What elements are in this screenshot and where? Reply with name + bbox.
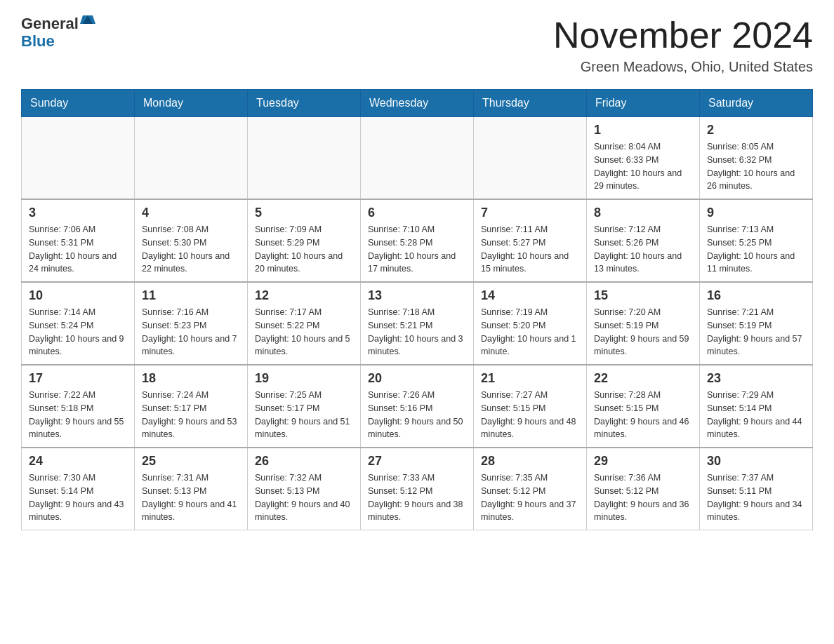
cell-content: 17Sunrise: 7:22 AM Sunset: 5:18 PM Dayli… (29, 371, 127, 441)
calendar-week-row: 24Sunrise: 7:30 AM Sunset: 5:14 PM Dayli… (22, 448, 813, 530)
logo: General Blue (21, 14, 95, 51)
cell-content: 2Sunrise: 8:05 AM Sunset: 6:32 PM Daylig… (707, 123, 805, 193)
cell-content: 21Sunrise: 7:27 AM Sunset: 5:15 PM Dayli… (481, 371, 579, 441)
day-number: 21 (481, 371, 579, 386)
day-number: 4 (142, 206, 240, 220)
calendar-week-row: 17Sunrise: 7:22 AM Sunset: 5:18 PM Dayli… (22, 365, 813, 448)
cell-content: 1Sunrise: 8:04 AM Sunset: 6:33 PM Daylig… (594, 123, 692, 193)
cell-content: 25Sunrise: 7:31 AM Sunset: 5:13 PM Dayli… (142, 454, 240, 524)
day-info: Sunrise: 7:18 AM Sunset: 5:21 PM Dayligh… (368, 306, 466, 358)
day-info: Sunrise: 7:30 AM Sunset: 5:14 PM Dayligh… (29, 471, 127, 524)
month-title: November 2024 (553, 14, 813, 56)
col-thursday: Thursday (474, 90, 587, 117)
cell-content: 27Sunrise: 7:33 AM Sunset: 5:12 PM Dayli… (368, 454, 466, 524)
day-number: 13 (368, 288, 466, 303)
calendar-cell: 11Sunrise: 7:16 AM Sunset: 5:23 PM Dayli… (135, 282, 248, 365)
calendar-cell: 18Sunrise: 7:24 AM Sunset: 5:17 PM Dayli… (135, 365, 248, 448)
page-header: General Blue November 2024 Green Meadows… (21, 14, 813, 75)
calendar-cell: 19Sunrise: 7:25 AM Sunset: 5:17 PM Dayli… (248, 365, 361, 448)
day-number: 7 (481, 206, 579, 220)
day-info: Sunrise: 7:35 AM Sunset: 5:12 PM Dayligh… (481, 471, 579, 524)
day-number: 1 (594, 123, 692, 137)
col-saturday: Saturday (700, 90, 813, 117)
cell-content: 6Sunrise: 7:10 AM Sunset: 5:28 PM Daylig… (368, 206, 466, 276)
day-number: 12 (255, 288, 353, 303)
calendar-week-row: 10Sunrise: 7:14 AM Sunset: 5:24 PM Dayli… (22, 282, 813, 365)
day-info: Sunrise: 7:21 AM Sunset: 5:19 PM Dayligh… (707, 306, 805, 358)
day-info: Sunrise: 7:33 AM Sunset: 5:12 PM Dayligh… (368, 471, 466, 524)
calendar-cell (135, 117, 248, 200)
calendar-table: Sunday Monday Tuesday Wednesday Thursday… (21, 89, 813, 530)
calendar-cell: 26Sunrise: 7:32 AM Sunset: 5:13 PM Dayli… (248, 448, 361, 530)
day-number: 19 (255, 371, 353, 386)
day-info: Sunrise: 7:10 AM Sunset: 5:28 PM Dayligh… (368, 223, 466, 276)
calendar-cell: 3Sunrise: 7:06 AM Sunset: 5:31 PM Daylig… (22, 199, 135, 282)
day-number: 18 (142, 371, 240, 386)
cell-content: 13Sunrise: 7:18 AM Sunset: 5:21 PM Dayli… (368, 288, 466, 358)
day-number: 16 (707, 288, 805, 303)
calendar-cell (248, 117, 361, 200)
calendar-cell: 27Sunrise: 7:33 AM Sunset: 5:12 PM Dayli… (361, 448, 474, 530)
day-number: 26 (255, 454, 353, 469)
day-info: Sunrise: 7:25 AM Sunset: 5:17 PM Dayligh… (255, 389, 353, 441)
calendar-header-row: Sunday Monday Tuesday Wednesday Thursday… (22, 90, 813, 117)
day-number: 29 (594, 454, 692, 469)
logo-blue: Blue (21, 32, 55, 51)
logo-triangle-icon (80, 14, 95, 27)
day-info: Sunrise: 7:16 AM Sunset: 5:23 PM Dayligh… (142, 306, 240, 358)
day-info: Sunrise: 7:37 AM Sunset: 5:11 PM Dayligh… (707, 471, 805, 524)
calendar-cell (361, 117, 474, 200)
col-tuesday: Tuesday (248, 90, 361, 117)
day-info: Sunrise: 7:32 AM Sunset: 5:13 PM Dayligh… (255, 471, 353, 524)
day-info: Sunrise: 7:22 AM Sunset: 5:18 PM Dayligh… (29, 389, 127, 441)
calendar-cell: 28Sunrise: 7:35 AM Sunset: 5:12 PM Dayli… (474, 448, 587, 530)
cell-content: 24Sunrise: 7:30 AM Sunset: 5:14 PM Dayli… (29, 454, 127, 524)
cell-content: 28Sunrise: 7:35 AM Sunset: 5:12 PM Dayli… (481, 454, 579, 524)
calendar-cell: 13Sunrise: 7:18 AM Sunset: 5:21 PM Dayli… (361, 282, 474, 365)
cell-content: 18Sunrise: 7:24 AM Sunset: 5:17 PM Dayli… (142, 371, 240, 441)
calendar-cell: 22Sunrise: 7:28 AM Sunset: 5:15 PM Dayli… (587, 365, 700, 448)
cell-content: 11Sunrise: 7:16 AM Sunset: 5:23 PM Dayli… (142, 288, 240, 358)
calendar-cell: 2Sunrise: 8:05 AM Sunset: 6:32 PM Daylig… (700, 117, 813, 200)
day-number: 25 (142, 454, 240, 469)
day-number: 22 (594, 371, 692, 386)
day-info: Sunrise: 7:09 AM Sunset: 5:29 PM Dayligh… (255, 223, 353, 276)
day-info: Sunrise: 7:36 AM Sunset: 5:12 PM Dayligh… (594, 471, 692, 524)
day-number: 8 (594, 206, 692, 220)
day-info: Sunrise: 7:27 AM Sunset: 5:15 PM Dayligh… (481, 389, 579, 441)
calendar-cell: 4Sunrise: 7:08 AM Sunset: 5:30 PM Daylig… (135, 199, 248, 282)
cell-content: 26Sunrise: 7:32 AM Sunset: 5:13 PM Dayli… (255, 454, 353, 524)
cell-content: 10Sunrise: 7:14 AM Sunset: 5:24 PM Dayli… (29, 288, 127, 358)
day-info: Sunrise: 7:06 AM Sunset: 5:31 PM Dayligh… (29, 223, 127, 276)
day-info: Sunrise: 8:05 AM Sunset: 6:32 PM Dayligh… (707, 140, 805, 193)
day-number: 30 (707, 454, 805, 469)
cell-content: 8Sunrise: 7:12 AM Sunset: 5:26 PM Daylig… (594, 206, 692, 276)
cell-content: 5Sunrise: 7:09 AM Sunset: 5:29 PM Daylig… (255, 206, 353, 276)
calendar-cell: 7Sunrise: 7:11 AM Sunset: 5:27 PM Daylig… (474, 199, 587, 282)
cell-content: 19Sunrise: 7:25 AM Sunset: 5:17 PM Dayli… (255, 371, 353, 441)
day-info: Sunrise: 7:11 AM Sunset: 5:27 PM Dayligh… (481, 223, 579, 276)
day-number: 11 (142, 288, 240, 303)
calendar-cell: 30Sunrise: 7:37 AM Sunset: 5:11 PM Dayli… (700, 448, 813, 530)
location-subtitle: Green Meadows, Ohio, United States (553, 59, 813, 75)
day-info: Sunrise: 7:28 AM Sunset: 5:15 PM Dayligh… (594, 389, 692, 441)
calendar-cell: 25Sunrise: 7:31 AM Sunset: 5:13 PM Dayli… (135, 448, 248, 530)
col-wednesday: Wednesday (361, 90, 474, 117)
calendar-week-row: 3Sunrise: 7:06 AM Sunset: 5:31 PM Daylig… (22, 199, 813, 282)
day-number: 28 (481, 454, 579, 469)
day-info: Sunrise: 7:13 AM Sunset: 5:25 PM Dayligh… (707, 223, 805, 276)
calendar-cell: 10Sunrise: 7:14 AM Sunset: 5:24 PM Dayli… (22, 282, 135, 365)
cell-content: 22Sunrise: 7:28 AM Sunset: 5:15 PM Dayli… (594, 371, 692, 441)
day-number: 24 (29, 454, 127, 469)
day-number: 20 (368, 371, 466, 386)
cell-content: 9Sunrise: 7:13 AM Sunset: 5:25 PM Daylig… (707, 206, 805, 276)
day-number: 5 (255, 206, 353, 220)
calendar-cell: 8Sunrise: 7:12 AM Sunset: 5:26 PM Daylig… (587, 199, 700, 282)
col-friday: Friday (587, 90, 700, 117)
cell-content: 16Sunrise: 7:21 AM Sunset: 5:19 PM Dayli… (707, 288, 805, 358)
calendar-cell: 9Sunrise: 7:13 AM Sunset: 5:25 PM Daylig… (700, 199, 813, 282)
day-number: 15 (594, 288, 692, 303)
day-info: Sunrise: 7:31 AM Sunset: 5:13 PM Dayligh… (142, 471, 240, 524)
calendar-cell: 5Sunrise: 7:09 AM Sunset: 5:29 PM Daylig… (248, 199, 361, 282)
cell-content: 7Sunrise: 7:11 AM Sunset: 5:27 PM Daylig… (481, 206, 579, 276)
